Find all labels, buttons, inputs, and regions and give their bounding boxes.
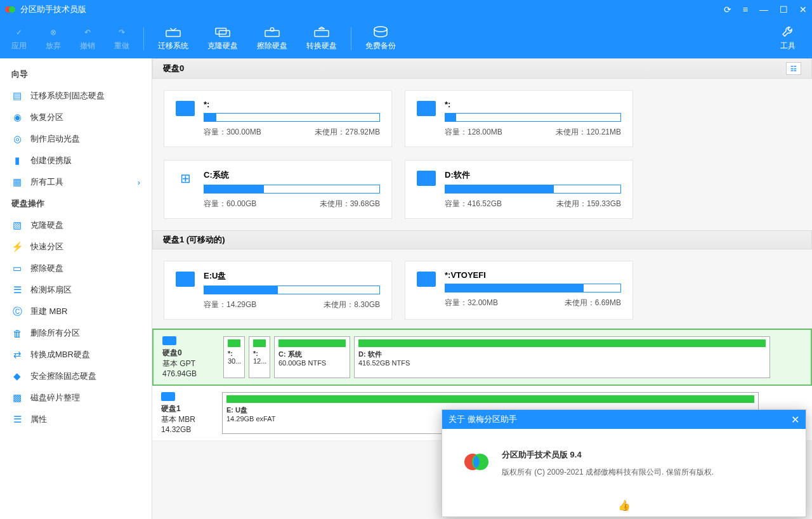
partition-name: E:U盘 xyxy=(204,270,380,282)
shield-icon: ◆ xyxy=(11,371,23,382)
sidebar-item-rebuild-mbr[interactable]: Ⓒ重建 MBR xyxy=(0,301,152,322)
about-dialog-title: 关于 傲梅分区助手 ✕ xyxy=(442,410,806,429)
svg-rect-7 xyxy=(315,30,329,36)
disk-segment[interactable]: D: 软件416.52GB NTFS xyxy=(354,336,770,378)
unused-label: 未使用：8.30GB xyxy=(324,299,380,310)
partition-card[interactable]: D:软件 容量：416.52GB未使用：159.33GB xyxy=(405,160,633,219)
clone-button[interactable]: 克隆硬盘 xyxy=(207,26,238,51)
capacity-label: 容量：14.29GB xyxy=(204,299,256,310)
usage-bar xyxy=(204,113,380,122)
disk-label: 硬盘0基本 GPT476.94GB xyxy=(162,336,219,378)
disk-segment[interactable]: *:30... xyxy=(223,336,245,378)
partition-card[interactable]: *: 容量：300.00MB未使用：278.92MB xyxy=(164,90,392,147)
list-icon: ☰ xyxy=(11,414,23,425)
partition-name: *: xyxy=(204,100,380,109)
toolbar: ✓应用 ⊗放弃 ↶撤销 ↷重做 迁移系统 克隆硬盘 擦除硬盘 转换硬盘 免费备份… xyxy=(0,19,812,58)
partition-name: *:VTOYEFI xyxy=(445,270,621,280)
undo-button[interactable]: ↶撤销 xyxy=(80,26,95,51)
view-toggle-button[interactable]: ☷ xyxy=(786,62,801,75)
redo-button[interactable]: ↷重做 xyxy=(114,26,129,51)
sidebar-item-properties[interactable]: ☰属性 xyxy=(0,409,152,430)
svg-rect-2 xyxy=(166,30,180,36)
usage-bar xyxy=(445,185,621,194)
drive-icon xyxy=(417,272,436,287)
disk1-header: 硬盘1 (可移动的) xyxy=(152,230,812,249)
partition-card[interactable]: *: 容量：128.00MB未使用：120.21MB xyxy=(405,90,633,147)
chevron-right-icon: › xyxy=(138,178,140,187)
partition-name: D:软件 xyxy=(445,169,621,181)
tools-button[interactable]: 工具 xyxy=(780,26,796,51)
sidebar-item-convert-mbr[interactable]: ⇄转换成MBR硬盘 xyxy=(0,344,152,365)
sidebar-item-defrag[interactable]: ▩磁盘碎片整理 xyxy=(0,387,152,409)
wipe-icon xyxy=(265,26,280,39)
drive-icon xyxy=(176,171,195,186)
drive-icon xyxy=(176,101,195,116)
unused-label: 未使用：6.69MB xyxy=(565,298,621,308)
unused-label: 未使用：120.21MB xyxy=(556,127,621,138)
cancel-icon: ⊗ xyxy=(46,26,61,39)
disk-segment[interactable]: C: 系统60.00GB NTFS xyxy=(274,336,350,378)
ssd-icon: ▤ xyxy=(11,90,23,102)
sidebar-item-all-tools[interactable]: ▦所有工具› xyxy=(0,171,152,193)
refresh-icon[interactable]: ⟳ xyxy=(724,4,731,15)
sidebar-item-secure-erase[interactable]: ◆安全擦除固态硬盘 xyxy=(0,365,152,387)
usage-bar xyxy=(204,286,380,294)
check-icon: ✓ xyxy=(11,26,27,39)
unused-label: 未使用：39.68GB xyxy=(320,199,380,209)
convert-icon: ⇄ xyxy=(11,349,23,360)
migrate-icon xyxy=(166,26,181,39)
close-button[interactable]: ✕ xyxy=(799,4,807,15)
sidebar: 向导 ▤迁移系统到固态硬盘 ◉恢复分区 ◎制作启动光盘 ▮创建便携版 ▦所有工具… xyxy=(0,58,152,519)
svg-point-1 xyxy=(9,6,15,13)
convert-icon xyxy=(314,26,329,39)
drive-icon xyxy=(176,272,195,287)
partition-card[interactable]: *:VTOYEFI 容量：32.00MB未使用：6.69MB xyxy=(405,261,633,320)
sidebar-item-migrate-ssd[interactable]: ▤迁移系统到固态硬盘 xyxy=(0,85,152,107)
convert-button[interactable]: 转换硬盘 xyxy=(306,26,337,51)
partition-card[interactable]: E:U盘 容量：14.29GB未使用：8.30GB xyxy=(164,261,392,320)
thumb-icon[interactable]: 👍 xyxy=(618,499,631,511)
capacity-label: 容量：128.00MB xyxy=(445,127,502,138)
sidebar-item-wipe-disk[interactable]: ▭擦除硬盘 xyxy=(0,258,152,279)
menu-icon[interactable]: ≡ xyxy=(743,4,748,15)
about-logo-icon xyxy=(464,449,489,475)
disk-icon xyxy=(162,336,176,345)
sidebar-item-bad-sector[interactable]: ☰检测坏扇区 xyxy=(0,279,152,301)
maximize-button[interactable]: ☐ xyxy=(780,4,788,15)
bolt-icon: ⚡ xyxy=(11,241,23,253)
eraser-icon: ▭ xyxy=(11,263,23,274)
unused-label: 未使用：278.92MB xyxy=(315,127,380,138)
wipe-button[interactable]: 擦除硬盘 xyxy=(257,26,287,51)
sidebar-wizard-title: 向导 xyxy=(0,63,152,85)
backup-button[interactable]: 免费备份 xyxy=(365,26,396,51)
unused-label: 未使用：159.33GB xyxy=(556,199,621,209)
sidebar-diskops-title: 硬盘操作 xyxy=(0,193,152,214)
minimize-button[interactable]: — xyxy=(759,4,768,15)
sidebar-item-portable[interactable]: ▮创建便携版 xyxy=(0,150,152,171)
disk0-bar-row[interactable]: 硬盘0基本 GPT476.94GB *:30... *:12... C: 系统6… xyxy=(152,329,812,386)
migrate-button[interactable]: 迁移系统 xyxy=(158,26,188,51)
disc-icon: ◎ xyxy=(11,133,23,145)
discard-button[interactable]: ⊗放弃 xyxy=(46,26,61,51)
titlebar: 分区助手技术员版 ⟳ ≡ — ☐ ✕ xyxy=(0,0,812,19)
usage-bar xyxy=(445,284,621,292)
sidebar-item-recover-partition[interactable]: ◉恢复分区 xyxy=(0,107,152,128)
recover-icon: ◉ xyxy=(11,112,23,123)
disk0-header: 硬盘0 ☷ xyxy=(152,58,812,79)
capacity-label: 容量：32.00MB xyxy=(445,298,498,308)
svg-rect-3 xyxy=(216,29,226,34)
sidebar-item-clone-disk[interactable]: ▧克隆硬盘 xyxy=(0,214,152,236)
disk-label: 硬盘1基本 MBR14.32GB xyxy=(161,392,218,434)
capacity-label: 容量：300.00MB xyxy=(204,127,261,138)
apply-button[interactable]: ✓应用 xyxy=(11,26,27,51)
backup-icon xyxy=(373,26,388,39)
trash-icon: 🗑 xyxy=(11,327,23,339)
disk-segment[interactable]: *:12... xyxy=(249,336,270,378)
sidebar-item-quick-partition[interactable]: ⚡快速分区 xyxy=(0,236,152,258)
about-close-button[interactable]: ✕ xyxy=(791,414,799,426)
sidebar-item-delete-all[interactable]: 🗑删除所有分区 xyxy=(0,322,152,344)
about-copyright: 版权所有 (C) 2009-2021 成都傲梅科技有限公司. 保留所有版权. xyxy=(502,467,714,478)
sidebar-item-boot-disc[interactable]: ◎制作启动光盘 xyxy=(0,128,152,150)
drive-icon xyxy=(417,101,436,116)
partition-card[interactable]: C:系统 容量：60.00GB未使用：39.68GB xyxy=(164,160,392,219)
